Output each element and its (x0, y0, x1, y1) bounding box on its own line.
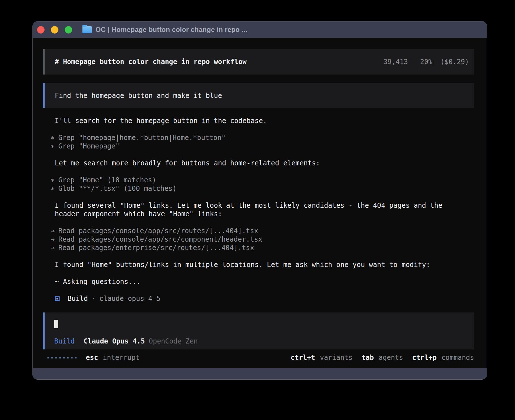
assistant-paragraph: Let me search more broadly for buttons a… (43, 159, 474, 167)
assistant-paragraph: I'll search for the homepage button in t… (43, 117, 474, 125)
dot-separator: · (91, 294, 95, 303)
user-message-text: Find the homepage button and make it blu… (55, 91, 222, 100)
agent-mode-label: Build (54, 337, 75, 345)
close-button[interactable] (37, 26, 45, 34)
window-titlebar[interactable]: OC | Homepage button color change in rep… (33, 21, 487, 38)
interrupt-label: interrupt (103, 354, 139, 362)
arrow-right-read-icon: → (51, 235, 54, 243)
tool-call-line: ∗Glob "**/*.tsx" (100 matches) (51, 184, 474, 193)
token-count: 39,413 (383, 58, 408, 66)
assistant-text-line: header component which have "Home" links… (55, 210, 474, 218)
terminal-content: # Homepage button color change in repo w… (33, 38, 487, 368)
arrow-right-read-icon: → (51, 244, 54, 252)
provider-label: OpenCode Zen (149, 337, 198, 345)
context-percent: 20% (420, 58, 432, 66)
tool-call-text: Glob "**/*.tsx" (100 matches) (58, 185, 176, 193)
prompt-input[interactable]: Build Claude Opus 4.5 OpenCode Zen (43, 312, 474, 349)
interrupt-hint: escinterrupt (86, 353, 139, 362)
tool-call-line: →Read packages/console/app/src/routes/[.… (51, 227, 474, 235)
agent-task-row: Build·claude-opus-4-5 (43, 294, 474, 303)
terminal-window: OC | Homepage button color change in rep… (32, 21, 487, 380)
session-cost: ($0.29) (440, 58, 469, 66)
asterisk-tool-icon: ∗ (51, 142, 54, 150)
assistant-text-line: I found "Home" buttons/links in multiple… (55, 261, 474, 269)
spinner-dot (55, 357, 57, 358)
tool-call-line: ∗Grep "Homepage" (51, 142, 474, 150)
tool-call-text: Grep "Home" (18 matches) (58, 176, 156, 184)
tool-call-text: Grep "Homepage" (58, 142, 119, 150)
keyboard-hints: ctrl+tvariantstabagentsctrl+pcommands (281, 353, 474, 362)
assistant-text-line: Let me search more broadly for buttons a… (55, 159, 474, 167)
status-bar: escinterrupt ctrl+tvariantstabagentsctrl… (43, 353, 474, 362)
tool-call-text: Read packages/console/app/src/component/… (58, 235, 262, 243)
tool-call-text: Read packages/enterprise/src/routes/[...… (58, 244, 254, 252)
tool-call-group: →Read packages/console/app/src/routes/[.… (43, 227, 474, 252)
interrupt-key: esc (86, 354, 98, 362)
spinner-dot (51, 357, 53, 358)
window-bottom-strip (33, 368, 487, 379)
text-cursor (54, 320, 58, 328)
spinner-dot (71, 357, 73, 358)
asterisk-tool-icon: ∗ (51, 176, 54, 184)
tool-call-line: →Read packages/enterprise/src/routes/[..… (51, 244, 474, 252)
tool-call-line: →Read packages/console/app/src/component… (51, 235, 474, 244)
hint-label: variants (320, 354, 353, 362)
assistant-text-line: I found several "Home" links. Let me loo… (55, 201, 474, 210)
assistant-text-line: I'll search for the homepage button in t… (55, 117, 474, 125)
assistant-paragraph: I found several "Home" links. Let me loo… (43, 201, 474, 218)
session-usage: 39,413 20% ($0.29) (383, 58, 469, 66)
tool-call-group: ∗Grep "homepage|home.*button|Home.*butto… (43, 134, 474, 150)
assistant-paragraph: ~ Asking questions... (43, 277, 474, 286)
keyboard-hint-commands: ctrl+pcommands (412, 353, 474, 362)
keyboard-hint-agents: tabagents (362, 353, 403, 362)
agent-name: Build (67, 294, 88, 303)
arrow-right-read-icon: → (51, 227, 54, 235)
hint-key: ctrl+t (291, 354, 315, 362)
tool-call-text: Grep "homepage|home.*button|Home.*button… (58, 134, 225, 142)
assistant-text-line: ~ Asking questions... (55, 277, 474, 286)
folder-icon (82, 26, 92, 33)
input-meta-row: Build Claude Opus 4.5 OpenCode Zen (54, 337, 474, 345)
spinner-dot (67, 357, 69, 358)
tool-call-line: ∗Grep "Home" (18 matches) (51, 176, 474, 184)
spinner-dot (63, 357, 65, 358)
keyboard-hint-variants: ctrl+tvariants (291, 353, 352, 362)
session-title: # Homepage button color change in repo w… (55, 58, 246, 66)
working-spinner-dots (47, 357, 77, 358)
zoom-button[interactable] (65, 26, 72, 34)
assistant-response: I'll search for the homepage button in t… (43, 117, 474, 303)
tool-call-line: ∗Grep "homepage|home.*button|Home.*butto… (51, 134, 474, 142)
asterisk-tool-icon: ∗ (51, 185, 54, 193)
asterisk-tool-icon: ∗ (51, 134, 54, 142)
minimize-button[interactable] (51, 26, 58, 34)
session-header: # Homepage button color change in repo w… (43, 49, 474, 75)
hint-label: agents (379, 354, 403, 362)
spinner-dot (75, 357, 77, 358)
model-label: Claude Opus 4.5 (84, 337, 145, 345)
tool-call-text: Read packages/console/app/src/routes/[..… (58, 227, 258, 235)
assistant-paragraph: I found "Home" buttons/links in multiple… (43, 261, 474, 269)
tool-call-group: ∗Grep "Home" (18 matches)∗Glob "**/*.tsx… (43, 176, 474, 193)
spinner-dot (47, 357, 49, 358)
spinner-dot (59, 357, 61, 358)
hint-label: commands (441, 354, 474, 362)
agent-square-icon (55, 296, 60, 301)
user-message: Find the homepage button and make it blu… (43, 83, 474, 108)
traffic-lights (37, 26, 72, 34)
desktop-background: OC | Homepage button color change in rep… (0, 0, 515, 420)
hint-key: ctrl+p (412, 354, 437, 362)
window-title: OC | Homepage button color change in rep… (95, 26, 247, 34)
agent-model-name: claude-opus-4-5 (99, 294, 161, 303)
hint-key: tab (362, 354, 374, 362)
